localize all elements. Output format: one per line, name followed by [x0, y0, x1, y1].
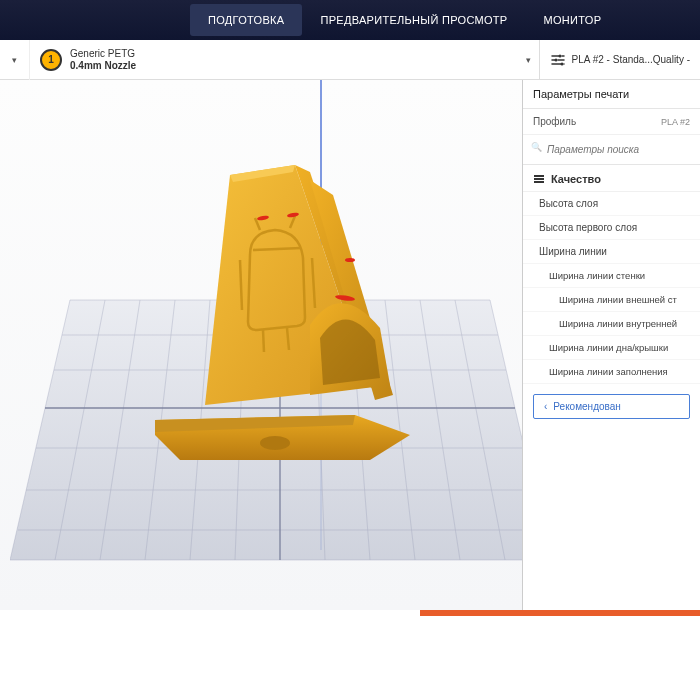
svg-point-2: [560, 62, 563, 65]
tab-prepare[interactable]: ПОДГОТОВКА: [190, 4, 302, 36]
quality-icon: [533, 173, 545, 185]
panel-title: Параметры печати: [523, 80, 700, 109]
svg-rect-45: [534, 178, 544, 180]
setting-line-width[interactable]: Ширина линии: [523, 240, 700, 264]
profile-label: Профиль: [533, 116, 576, 127]
quality-section[interactable]: Качество: [523, 165, 700, 192]
print-profile-selector[interactable]: PLA #2 - Standa...Quality -: [539, 40, 700, 80]
setting-initial-layer[interactable]: Высота первого слоя: [523, 216, 700, 240]
material-chevron[interactable]: ▾: [518, 55, 539, 65]
setting-layer-height[interactable]: Высота слоя: [523, 192, 700, 216]
tab-preview[interactable]: ПРЕДВАРИТЕЛЬНЫЙ ПРОСМОТР: [302, 4, 525, 36]
svg-line-35: [263, 330, 264, 352]
recommend-button[interactable]: ‹ Рекомендован: [533, 394, 690, 419]
toolbar: ▾ 1 Generic PETG 0.4mm Nozzle ▾ PLA #2 -…: [0, 40, 700, 80]
profile-name: PLA #2 - Standa...Quality -: [572, 54, 690, 65]
chevron-left-icon: ‹: [544, 401, 547, 412]
profile-value: PLA #2: [661, 117, 690, 127]
printer-dropdown[interactable]: ▾: [0, 40, 30, 80]
bottom-space: [0, 616, 700, 700]
material-name: Generic PETG: [70, 48, 136, 60]
setting-wall-line[interactable]: Ширина линии стенки: [523, 264, 700, 288]
tab-monitor[interactable]: МОНИТОР: [526, 4, 620, 36]
svg-point-43: [345, 258, 355, 262]
viewport-3d[interactable]: Параметры печати Профиль PLA #2 Качество…: [0, 80, 700, 610]
setting-infill-line[interactable]: Ширина линии заполнения: [523, 360, 700, 384]
setting-top-bottom[interactable]: Ширина линии дна/крышки: [523, 336, 700, 360]
nozzle-size: 0.4mm Nozzle: [70, 60, 136, 72]
settings-icon: [550, 52, 566, 68]
top-tab-bar: ПОДГОТОВКА ПРЕДВАРИТЕЛЬНЫЙ ПРОСМОТР МОНИ…: [0, 0, 700, 40]
model-object[interactable]: [145, 160, 425, 470]
print-settings-panel: Параметры печати Профиль PLA #2 Качество…: [522, 80, 700, 610]
svg-point-1: [554, 58, 557, 61]
material-selector[interactable]: 1 Generic PETG 0.4mm Nozzle: [30, 48, 518, 72]
setting-outer-wall[interactable]: Ширина линии внешней ст: [523, 288, 700, 312]
setting-inner-wall[interactable]: Ширина линии внутренней: [523, 312, 700, 336]
extruder-badge: 1: [40, 49, 62, 71]
svg-rect-44: [534, 175, 544, 177]
svg-rect-46: [534, 181, 544, 183]
profile-row[interactable]: Профиль PLA #2: [523, 109, 700, 135]
svg-point-29: [260, 436, 290, 450]
svg-point-0: [558, 54, 561, 57]
quality-label: Качество: [551, 173, 601, 185]
recommend-label: Рекомендован: [553, 401, 620, 412]
search-input[interactable]: [531, 141, 692, 158]
